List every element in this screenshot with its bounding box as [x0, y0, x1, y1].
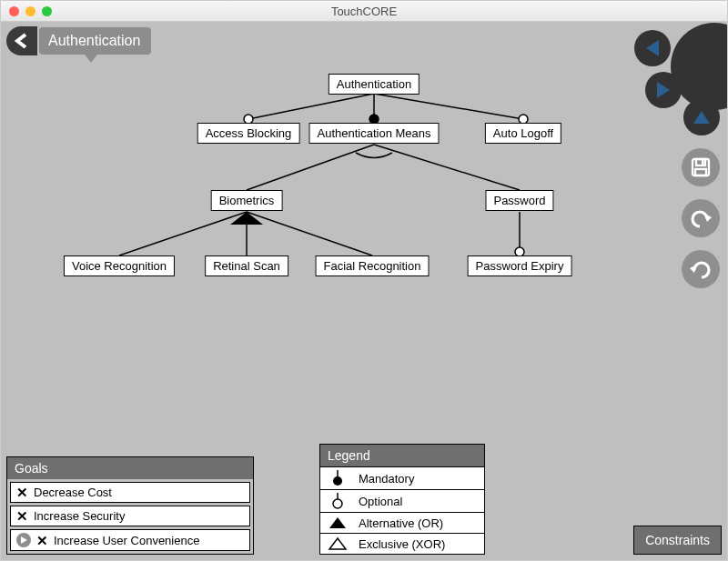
remove-goal-icon[interactable]: ✕: [16, 486, 28, 499]
svg-line-9: [374, 94, 523, 119]
node-voice-recognition[interactable]: Voice Recognition: [64, 255, 175, 276]
undo-icon: [689, 206, 713, 230]
side-toolbar: [682, 148, 720, 288]
save-button[interactable]: [682, 148, 720, 186]
legend-row: Alternative (OR): [320, 513, 484, 534]
nav-right-button[interactable]: [645, 72, 682, 108]
legend-panel: Legend Mandatory Optional Alternative (O…: [319, 444, 485, 555]
alternative-or-icon: [326, 516, 349, 530]
svg-rect-3: [702, 160, 704, 165]
remove-goal-icon[interactable]: ✕: [16, 509, 28, 523]
app-window: TouchCORE Authentication: [0, 0, 728, 561]
nav-left-button[interactable]: [634, 30, 671, 66]
svg-rect-4: [695, 169, 706, 175]
goals-panel: Goals ✕ Decrease Cost ✕ Increase Securit…: [6, 456, 254, 555]
svg-marker-21: [21, 536, 27, 544]
svg-line-18: [247, 212, 372, 255]
svg-marker-27: [329, 538, 346, 549]
minimize-window-button[interactable]: [25, 6, 35, 16]
svg-marker-15: [230, 212, 263, 225]
titlebar: TouchCORE: [1, 1, 727, 22]
legend-title: Legend: [320, 445, 484, 467]
svg-marker-5: [704, 214, 712, 222]
triangle-up-icon: [693, 111, 710, 124]
window-controls: [9, 6, 52, 16]
svg-line-7: [248, 94, 374, 119]
svg-point-23: [333, 476, 342, 486]
breadcrumb: Authentication: [6, 26, 151, 55]
node-password-expiry[interactable]: Password Expiry: [468, 255, 572, 276]
close-window-button[interactable]: [9, 6, 19, 16]
nav-up-button[interactable]: [683, 99, 720, 135]
svg-point-25: [333, 499, 342, 508]
svg-line-16: [119, 212, 247, 255]
goal-label: Increase User Convenience: [54, 534, 199, 547]
triangle-right-icon: [657, 82, 670, 98]
goal-row[interactable]: ✕ Increase User Convenience: [10, 529, 250, 551]
legend-row: Exclusive (XOR): [320, 534, 484, 554]
node-retinal-scan[interactable]: Retinal Scan: [205, 255, 288, 276]
exclusive-xor-icon: [326, 536, 349, 551]
remove-goal-icon[interactable]: ✕: [36, 534, 48, 547]
node-auto-logoff[interactable]: Auto Logoff: [485, 123, 561, 144]
svg-marker-26: [329, 517, 346, 528]
svg-line-13: [247, 145, 374, 190]
breadcrumb-label[interactable]: Authentication: [39, 27, 151, 55]
node-authentication-means[interactable]: Authentication Means: [308, 123, 439, 144]
legend-label: Alternative (OR): [359, 516, 443, 530]
svg-marker-0: [83, 52, 99, 63]
redo-icon: [689, 257, 713, 281]
legend-label: Exclusive (XOR): [359, 537, 445, 551]
redo-button[interactable]: [682, 250, 720, 288]
svg-marker-6: [690, 265, 697, 273]
goal-row[interactable]: ✕ Increase Security: [10, 506, 250, 526]
breadcrumb-dropdown-icon[interactable]: [83, 52, 99, 65]
save-icon: [690, 156, 712, 178]
goal-label: Decrease Cost: [34, 486, 112, 499]
svg-line-14: [374, 145, 520, 190]
undo-button[interactable]: [682, 199, 720, 237]
app-title: TouchCORE: [1, 5, 727, 18]
node-password[interactable]: Password: [485, 190, 553, 211]
goal-row[interactable]: ✕ Decrease Cost: [10, 482, 250, 503]
legend-row: Mandatory: [320, 467, 484, 490]
maximize-window-button[interactable]: [42, 6, 52, 16]
constraints-button[interactable]: Constraints: [633, 526, 722, 555]
legend-row: Optional: [320, 490, 484, 513]
node-authentication[interactable]: Authentication: [329, 74, 420, 95]
node-biometrics[interactable]: Biometrics: [211, 190, 283, 211]
mandatory-icon: [326, 470, 349, 486]
node-access-blocking[interactable]: Access Blocking: [197, 123, 300, 144]
chevron-left-icon: [14, 33, 30, 49]
play-goal-icon[interactable]: [16, 533, 31, 547]
back-button[interactable]: [6, 26, 37, 55]
goals-title: Goals: [7, 457, 253, 479]
node-facial-recognition[interactable]: Facial Recognition: [316, 255, 430, 276]
legend-label: Optional: [359, 495, 402, 508]
triangle-left-icon: [646, 40, 659, 56]
goal-label: Increase Security: [34, 509, 125, 523]
optional-icon: [326, 493, 349, 509]
legend-label: Mandatory: [359, 472, 414, 486]
